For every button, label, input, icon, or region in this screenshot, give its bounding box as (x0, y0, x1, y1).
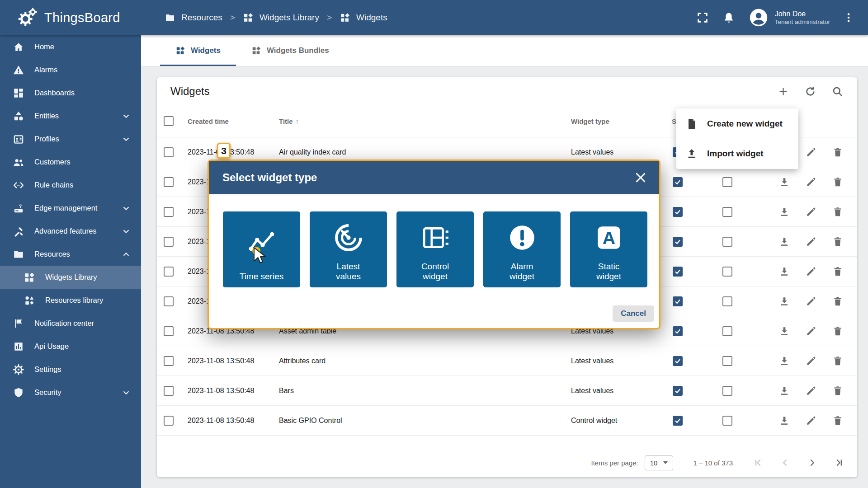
sidebar-item-resources-library[interactable]: Resources library (0, 289, 141, 312)
system-checkbox[interactable] (673, 416, 683, 426)
system-checkbox[interactable] (673, 296, 683, 306)
tab-widgets[interactable]: Widgets (160, 35, 236, 66)
row-checkbox[interactable] (164, 386, 174, 396)
table-row[interactable]: 2023-11-08 13:50:48 Basic GPIO Control C… (157, 406, 857, 436)
sidebar-item-advanced-features[interactable]: Advanced features (0, 220, 141, 243)
deprecated-checkbox[interactable] (722, 326, 732, 336)
column-title[interactable]: Title↑ (279, 117, 571, 125)
app-logo[interactable]: ThingsBoard (0, 7, 141, 28)
last-page-icon[interactable] (833, 457, 844, 469)
edit-pencil-icon[interactable] (805, 296, 817, 307)
system-checkbox[interactable] (673, 207, 683, 217)
sidebar-item-rule-chains[interactable]: Rule chains (0, 174, 141, 197)
menu-item-create-new-widget[interactable]: Create new widget (676, 109, 798, 139)
tile-latest-values[interactable]: Latest values (310, 211, 387, 287)
sidebar-item-profiles[interactable]: Profiles (0, 127, 141, 150)
breadcrumb-widgets-library[interactable]: Widgets Library (259, 13, 319, 23)
system-checkbox[interactable] (673, 326, 683, 336)
first-page-icon[interactable] (753, 457, 764, 469)
export-download-icon[interactable] (778, 176, 790, 188)
delete-trash-icon[interactable] (832, 176, 844, 188)
sidebar-item-notification-center[interactable]: Notification center (0, 312, 141, 335)
menu-item-import-widget[interactable]: Import widget (676, 139, 798, 169)
close-icon[interactable] (634, 171, 647, 184)
delete-trash-icon[interactable] (832, 385, 844, 397)
breadcrumb-resources[interactable]: Resources (181, 13, 222, 23)
tab-widgets-bundles[interactable]: Widgets Bundles (236, 35, 344, 66)
delete-trash-icon[interactable] (832, 296, 844, 307)
row-checkbox[interactable] (164, 237, 174, 247)
user-avatar[interactable] (749, 8, 769, 28)
deprecated-checkbox[interactable] (722, 237, 732, 247)
tile-time-series[interactable]: Time series (223, 211, 300, 287)
sidebar-item-settings[interactable]: Settings (0, 358, 141, 381)
tile-alarm-widget[interactable]: Alarm widget (483, 211, 561, 287)
export-download-icon[interactable] (778, 206, 790, 218)
export-download-icon[interactable] (778, 415, 790, 427)
page-size-select[interactable]: 10 (645, 455, 674, 470)
cancel-button[interactable]: Cancel (613, 305, 654, 322)
export-download-icon[interactable] (778, 236, 790, 248)
row-checkbox[interactable] (164, 326, 174, 336)
export-download-icon[interactable] (778, 355, 790, 367)
sidebar-item-alarms[interactable]: Alarms (0, 58, 141, 81)
prev-page-icon[interactable] (779, 457, 791, 469)
deprecated-checkbox[interactable] (722, 386, 732, 396)
sidebar-item-resources[interactable]: Resources (0, 243, 141, 266)
export-download-icon[interactable] (778, 385, 790, 397)
search-icon[interactable] (831, 85, 844, 98)
select-all-checkbox[interactable] (164, 116, 174, 126)
deprecated-checkbox[interactable] (722, 416, 732, 426)
column-widget-type[interactable]: Widget type (571, 117, 660, 125)
row-checkbox[interactable] (164, 147, 174, 157)
system-checkbox[interactable] (673, 177, 683, 187)
system-checkbox[interactable] (673, 356, 683, 366)
sidebar-item-home[interactable]: Home (0, 35, 141, 58)
add-widget-icon[interactable] (777, 85, 789, 98)
edit-pencil-icon[interactable] (805, 206, 817, 218)
table-row[interactable]: 2023-11-08 13:50:48 Bars Latest values (157, 376, 857, 406)
deprecated-checkbox[interactable] (722, 296, 732, 306)
tile-control-widget[interactable]: Control widget (396, 211, 474, 287)
table-row[interactable]: 2023-11-08 13:50:48 Attributes card Late… (157, 346, 857, 376)
edit-pencil-icon[interactable] (805, 146, 817, 158)
row-checkbox[interactable] (164, 416, 174, 426)
export-download-icon[interactable] (778, 296, 790, 307)
sidebar-item-entities[interactable]: Entities (0, 104, 141, 127)
sidebar-item-api-usage[interactable]: Api Usage (0, 335, 141, 358)
deprecated-checkbox[interactable] (722, 356, 732, 366)
sidebar-item-edge-management[interactable]: Edge management (0, 197, 141, 220)
deprecated-checkbox[interactable] (722, 267, 732, 277)
export-download-icon[interactable] (778, 325, 790, 337)
row-checkbox[interactable] (164, 177, 174, 187)
edit-pencil-icon[interactable] (805, 325, 817, 337)
edit-pencil-icon[interactable] (805, 385, 817, 397)
edit-pencil-icon[interactable] (805, 355, 817, 367)
sidebar-item-customers[interactable]: Customers (0, 150, 141, 174)
export-download-icon[interactable] (778, 266, 790, 277)
fullscreen-icon[interactable] (696, 11, 709, 24)
user-info[interactable]: John Doe Tenant administrator (775, 9, 830, 26)
row-checkbox[interactable] (164, 267, 174, 277)
next-page-icon[interactable] (806, 457, 818, 469)
row-checkbox[interactable] (164, 296, 174, 306)
sidebar-item-security[interactable]: Security (0, 381, 141, 404)
deprecated-checkbox[interactable] (722, 177, 732, 187)
edit-pencil-icon[interactable] (805, 415, 817, 427)
delete-trash-icon[interactable] (832, 146, 844, 158)
kebab-menu-icon[interactable] (843, 12, 854, 23)
edit-pencil-icon[interactable] (805, 176, 817, 188)
sidebar-item-dashboards[interactable]: Dashboards (0, 81, 141, 104)
refresh-icon[interactable] (804, 85, 816, 98)
delete-trash-icon[interactable] (832, 236, 844, 248)
sidebar-item-widgets-library[interactable]: Widgets Library (0, 266, 141, 289)
tile-static-widget[interactable]: A Static widget (570, 211, 647, 287)
deprecated-checkbox[interactable] (722, 207, 732, 217)
notifications-bell-icon[interactable] (722, 11, 735, 24)
delete-trash-icon[interactable] (832, 415, 844, 427)
edit-pencil-icon[interactable] (805, 236, 817, 248)
edit-pencil-icon[interactable] (805, 266, 817, 277)
system-checkbox[interactable] (673, 386, 683, 396)
system-checkbox[interactable] (673, 237, 683, 247)
column-created-time[interactable]: Created time (188, 117, 279, 125)
